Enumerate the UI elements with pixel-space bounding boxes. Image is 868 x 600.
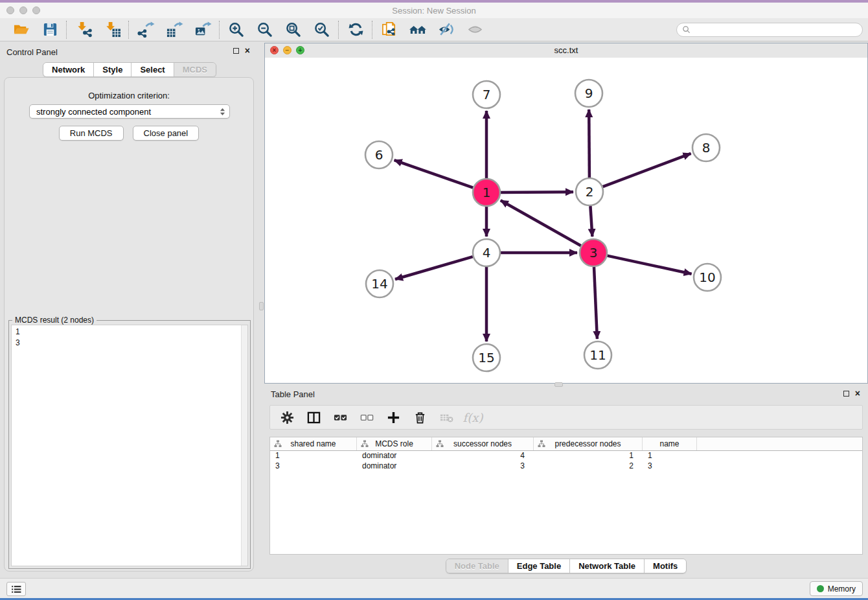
edge-3-11[interactable] <box>594 267 597 339</box>
home-layout-icon[interactable] <box>409 21 427 38</box>
result-scrollbar[interactable] <box>241 325 247 566</box>
table-cell[interactable]: 3 <box>432 461 534 472</box>
search-box[interactable] <box>676 23 863 37</box>
column-header-MCDS-role[interactable]: MCDS role <box>357 437 432 450</box>
float-panel-icon[interactable] <box>233 48 239 54</box>
show-columns-icon[interactable] <box>306 410 321 425</box>
svg-text:4: 4 <box>483 245 491 260</box>
table-cell[interactable]: 2 <box>534 461 643 472</box>
export-table-icon[interactable] <box>165 21 183 38</box>
open-session-icon[interactable] <box>12 21 30 38</box>
graph-node-14[interactable]: 14 <box>366 270 393 297</box>
task-history-button[interactable] <box>6 582 26 596</box>
save-session-icon[interactable] <box>41 21 59 38</box>
tab-network[interactable]: Network <box>43 63 94 76</box>
svg-text:2: 2 <box>586 184 594 200</box>
graph-node-15[interactable]: 15 <box>473 344 500 371</box>
vertical-splitter-grip[interactable] <box>259 302 264 310</box>
mcds-panel: Optimization criterion: strongly connect… <box>4 77 254 571</box>
table-cell[interactable]: dominator <box>357 461 432 472</box>
table-tab-motifs[interactable]: Motifs <box>645 559 686 573</box>
edge-1-6[interactable] <box>394 160 474 188</box>
vertical-splitter[interactable] <box>259 41 264 578</box>
control-panel-title: Control Panel <box>6 47 58 57</box>
table-tabs: Node TableEdge TableNetwork TableMotifs <box>446 559 687 573</box>
tree-icon <box>538 440 545 448</box>
run-mcds-button[interactable]: Run MCDS <box>59 126 124 141</box>
table-settings-icon[interactable] <box>279 410 295 425</box>
zoom-selected-icon[interactable] <box>313 21 331 38</box>
import-network-icon[interactable] <box>74 21 93 38</box>
export-network-icon[interactable] <box>137 21 155 38</box>
delete-column-icon[interactable] <box>412 410 428 425</box>
float-table-panel-icon[interactable] <box>843 391 849 397</box>
memory-button[interactable]: Memory <box>810 581 863 596</box>
mcds-result-list[interactable]: 1 3 <box>11 325 248 566</box>
svg-text:10: 10 <box>699 270 715 285</box>
close-panel-button[interactable]: Close panel <box>133 126 200 141</box>
graph-node-9[interactable]: 9 <box>575 80 602 107</box>
graph-node-6[interactable]: 6 <box>365 141 393 168</box>
network-view-window: × − + scc.txt 7968124314101511 <box>264 43 868 384</box>
network-canvas[interactable]: 7968124314101511 <box>265 58 867 383</box>
table-tab-node-table[interactable]: Node Table <box>446 559 508 573</box>
table-cell[interactable]: 3 <box>270 461 357 472</box>
zoom-out-icon[interactable] <box>256 21 274 38</box>
tab-mcds[interactable]: MCDS <box>174 63 216 76</box>
close-table-panel-icon[interactable]: × <box>855 390 860 397</box>
column-header-predecessor-nodes[interactable]: predecessor nodes <box>534 437 643 450</box>
table-row[interactable]: 1dominator411 <box>270 451 862 461</box>
graph-node-10[interactable]: 10 <box>694 264 721 291</box>
graph-node-1[interactable]: 1 <box>473 179 500 206</box>
hide-panels-icon[interactable] <box>437 21 455 38</box>
edge-2-8[interactable] <box>603 154 691 187</box>
edge-3-10[interactable] <box>608 256 692 274</box>
export-image-icon[interactable] <box>194 21 212 38</box>
table-tab-network-table[interactable]: Network Table <box>570 559 645 573</box>
edge-3-1[interactable] <box>501 200 581 246</box>
close-panel-icon[interactable]: × <box>245 47 250 54</box>
column-header-successor-nodes[interactable]: successor nodes <box>432 437 534 450</box>
zoom-fit-icon[interactable] <box>284 21 303 38</box>
apply-function-icon: f(x) <box>465 410 481 425</box>
graph-node-7[interactable]: 7 <box>473 81 500 108</box>
import-table-icon[interactable] <box>103 21 121 38</box>
table-cell[interactable]: 1 <box>534 451 643 461</box>
edge-1-2[interactable] <box>501 192 573 192</box>
svg-text:3: 3 <box>589 245 598 260</box>
edge-2-9[interactable] <box>589 110 589 178</box>
tab-select[interactable]: Select <box>131 63 174 76</box>
table-cell[interactable]: dominator <box>357 451 432 461</box>
zoom-in-icon[interactable] <box>227 21 246 38</box>
edge-2-3[interactable] <box>590 206 592 237</box>
table-cell[interactable]: 4 <box>432 451 534 461</box>
graph-node-11[interactable]: 11 <box>584 341 611 369</box>
criterion-select[interactable]: strongly connected component <box>29 104 230 119</box>
graph-node-3[interactable]: 3 <box>580 239 607 266</box>
edge-4-14[interactable] <box>395 257 473 279</box>
graph-node-4[interactable]: 4 <box>473 239 500 266</box>
main-toolbar <box>0 18 868 41</box>
table-toolbar: f(x) <box>269 405 863 430</box>
table-cell[interactable]: 3 <box>643 461 697 472</box>
unselect-all-columns-icon[interactable] <box>359 410 374 425</box>
refresh-view-icon[interactable] <box>347 21 365 38</box>
table-tab-edge-table[interactable]: Edge Table <box>508 559 570 573</box>
svg-text:14: 14 <box>371 276 387 292</box>
table-row[interactable]: 3dominator323 <box>270 461 862 472</box>
tab-style[interactable]: Style <box>94 63 131 76</box>
clone-network-icon[interactable] <box>380 21 398 38</box>
table-cell[interactable]: 1 <box>270 451 357 461</box>
node-table-body: 1dominator4113dominator323 <box>270 451 862 472</box>
column-header-name[interactable]: name <box>643 437 697 450</box>
graph-node-2[interactable]: 2 <box>576 178 603 205</box>
select-all-columns-icon[interactable] <box>332 410 348 425</box>
network-window-titlebar[interactable]: × − + scc.txt <box>265 43 867 58</box>
column-header-shared-name[interactable]: shared name <box>270 437 357 450</box>
graph-node-8[interactable]: 8 <box>692 134 720 161</box>
table-cell[interactable]: 1 <box>643 451 697 461</box>
search-input[interactable] <box>694 25 857 35</box>
add-column-icon[interactable] <box>385 410 401 425</box>
horizontal-splitter-grip[interactable] <box>554 382 563 387</box>
network-window-title: scc.txt <box>265 45 867 55</box>
